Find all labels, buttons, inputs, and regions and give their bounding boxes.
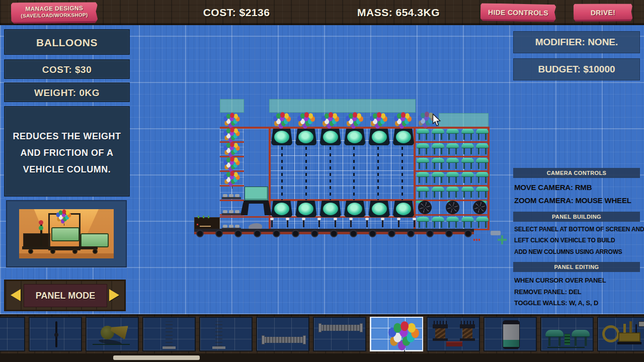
toolbar-slot-canister[interactable] xyxy=(484,317,537,351)
toolbar-slot-propeller[interactable] xyxy=(29,317,82,351)
table-panel[interactable] xyxy=(417,172,429,183)
cart-item xyxy=(222,210,241,216)
rope xyxy=(305,147,307,200)
balloon-column xyxy=(220,113,244,186)
toolbar-scrollbar-track[interactable] xyxy=(0,353,644,362)
tank-panel[interactable] xyxy=(393,129,414,145)
teal-block-panel[interactable] xyxy=(245,187,268,201)
toolbar-slot-pillar-2[interactable] xyxy=(199,317,253,351)
rope xyxy=(377,147,379,200)
toolbar-slot-balloons-selected[interactable] xyxy=(370,317,423,351)
balloon-cluster xyxy=(393,112,413,129)
toolbar-slot-beam-low[interactable] xyxy=(256,317,309,351)
table-panel[interactable] xyxy=(461,143,474,154)
green-zone-block xyxy=(269,99,416,113)
toolbar-slot-horn[interactable] xyxy=(86,317,139,351)
table-panel[interactable] xyxy=(417,187,429,198)
tank-panel[interactable] xyxy=(271,129,292,145)
table-panel[interactable] xyxy=(476,172,489,183)
help-line: ZOOM CAMERA: MOUSE WHEEL xyxy=(514,196,644,205)
tank-panel[interactable] xyxy=(344,201,365,217)
table-panel[interactable] xyxy=(432,129,444,140)
road-wheel xyxy=(273,230,280,237)
table-panel[interactable] xyxy=(417,158,429,169)
table-panel[interactable] xyxy=(432,217,444,228)
table-panel[interactable] xyxy=(461,158,474,169)
camera-controls-header: CAMERA CONTROLS xyxy=(513,168,640,178)
mode-selector: PANEL MODE xyxy=(4,280,126,311)
item-cost: COST: $30 xyxy=(42,64,92,75)
lamp-row xyxy=(271,219,415,227)
spoked-wheel[interactable] xyxy=(446,201,459,214)
tank-panel[interactable] xyxy=(295,129,316,145)
tank-panel[interactable] xyxy=(393,201,414,217)
table-panel[interactable] xyxy=(432,172,444,183)
balloon-row xyxy=(270,112,415,128)
table-panel[interactable] xyxy=(446,172,459,183)
table-panel[interactable] xyxy=(476,143,489,154)
table-panel[interactable] xyxy=(461,187,474,198)
preview-scene xyxy=(19,209,114,258)
table-panel[interactable] xyxy=(476,129,489,140)
toolbar-slot-springs[interactable] xyxy=(427,317,480,351)
help-line: WHEN CURSOR OVER PANEL xyxy=(514,277,644,284)
tank-panel[interactable] xyxy=(320,201,341,217)
table-panel[interactable] xyxy=(417,129,429,140)
rope xyxy=(281,147,283,200)
drive-button[interactable]: DRIVE! xyxy=(574,3,632,22)
mode-prev-arrow[interactable] xyxy=(11,289,21,301)
mode-next-arrow[interactable] xyxy=(109,289,119,301)
table-panel[interactable] xyxy=(476,217,489,228)
support-arch xyxy=(240,201,272,215)
tank-panel[interactable] xyxy=(320,129,341,145)
table-panel[interactable] xyxy=(461,217,474,228)
red-debug-mark xyxy=(473,239,481,241)
table-panel[interactable] xyxy=(446,158,459,169)
balloon-cluster xyxy=(223,142,241,157)
lamp-post xyxy=(271,219,273,227)
road-wheel xyxy=(388,230,395,237)
lamp-post xyxy=(303,219,304,227)
toolbar-slot-pillar[interactable] xyxy=(142,317,196,351)
table-panel[interactable] xyxy=(461,172,474,183)
toolbar-slot-empty[interactable] xyxy=(0,317,25,351)
spoked-wheel[interactable] xyxy=(473,201,487,214)
tank-panel[interactable] xyxy=(271,201,292,217)
table-panel[interactable] xyxy=(476,158,489,169)
toolbar-scrollbar-thumb[interactable] xyxy=(113,355,200,360)
table-panel[interactable] xyxy=(446,129,459,140)
help-line: SELECT PANEL AT BOTTOM OF SCREEN AND xyxy=(514,226,644,233)
table-panel[interactable] xyxy=(417,217,429,228)
table-panel[interactable] xyxy=(432,187,444,198)
table-panel[interactable] xyxy=(446,187,459,198)
toolbar-slot-engine[interactable] xyxy=(597,317,644,351)
panel-editing-header: PANEL EDITING xyxy=(513,262,640,272)
item-description-box: REDUCES THE WEIGHT AND FRICTION OF A VEH… xyxy=(4,106,130,197)
toolbar-slot-tables[interactable] xyxy=(540,317,594,351)
table-panel[interactable] xyxy=(461,129,474,140)
toolbar-slot-beam-high[interactable] xyxy=(313,317,366,351)
road-wheel xyxy=(196,230,204,237)
table-panel[interactable] xyxy=(432,158,444,169)
tank-panel[interactable] xyxy=(295,201,316,217)
tank-panel[interactable] xyxy=(369,129,390,145)
road-wheel xyxy=(311,230,318,237)
table-panel[interactable] xyxy=(476,187,489,198)
road-wheel xyxy=(464,230,472,237)
add-column-plus-icon[interactable] xyxy=(498,235,507,244)
hide-controls-button[interactable]: HIDE CONTROLS xyxy=(480,3,556,22)
table-row xyxy=(417,143,489,155)
table-panel[interactable] xyxy=(446,143,459,154)
tank-panel[interactable] xyxy=(344,129,365,145)
table-panel[interactable] xyxy=(446,217,459,228)
table-panel[interactable] xyxy=(432,143,444,154)
manage-designs-button[interactable]: MANAGE DESIGNS (SAVE/LOAD/WORKSHOP) xyxy=(11,2,98,24)
item-description: REDUCES THE WEIGHT AND FRICTION OF A VEH… xyxy=(13,131,121,174)
spoked-wheel[interactable] xyxy=(418,201,432,214)
table-panel[interactable] xyxy=(417,143,429,154)
cart-item xyxy=(222,194,241,200)
balloon-cluster xyxy=(223,127,241,143)
lamp-post xyxy=(350,219,352,227)
tank-panel[interactable] xyxy=(369,201,390,217)
table-row xyxy=(417,172,489,184)
